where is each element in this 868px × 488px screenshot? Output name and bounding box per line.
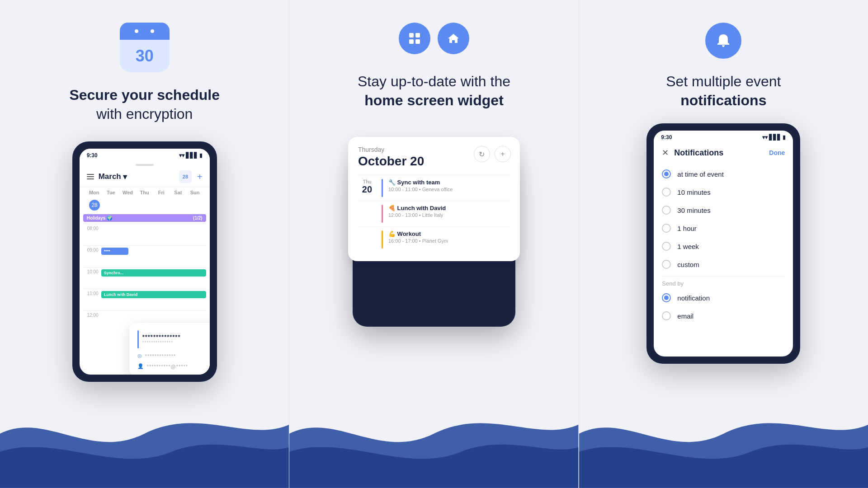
send-email-radio[interactable] xyxy=(662,311,671,320)
day-thu: Thu xyxy=(137,189,152,196)
panel2-heading: Stay up-to-date with the home screen wid… xyxy=(358,72,510,110)
panel-encryption: 30 Secure your schedule with encryption … xyxy=(0,0,289,488)
notif-radio-3[interactable] xyxy=(662,206,671,215)
event1-info: 🔧 Sync with team 10:00 - 11:00 • Geneva … xyxy=(388,179,510,192)
location-icon: ◎ xyxy=(137,353,142,359)
notif-radio-2[interactable] xyxy=(662,188,671,197)
event-bar-blue[interactable]: **** xyxy=(101,248,128,255)
widget-card: Thursday October 20 ↻ + Thu 20 🔧 Sync wi… xyxy=(348,137,520,261)
notif-radio-5[interactable] xyxy=(662,242,671,251)
send-by-email[interactable]: email xyxy=(662,307,785,325)
notif-option-3[interactable]: 30 minutes xyxy=(662,201,785,219)
scroll-indicator xyxy=(136,164,154,166)
panel-widget: Stay up-to-date with the home screen wid… xyxy=(289,0,579,488)
notif-done-btn[interactable]: Done xyxy=(769,149,785,156)
notif-radio-6[interactable] xyxy=(662,260,671,269)
status-bar: 9:30 ▾▾ ▋▋▋ ▮ xyxy=(80,149,210,160)
send-by-label: Send by xyxy=(662,280,785,287)
wifi-icon: ▾▾ xyxy=(179,152,184,159)
encrypt-popup: ************** ************** ◎ ********… xyxy=(129,323,210,375)
notifications-panel: ✕ Notifications Done at time of event 10… xyxy=(654,142,793,330)
hamburger-icon[interactable] xyxy=(87,174,94,179)
calendar-icon: 30 xyxy=(120,23,170,72)
day-headers: Mon Tue Wed Thu Fri Sat Sun xyxy=(80,187,210,198)
day-mon: Mon xyxy=(87,189,102,196)
holidays-bar[interactable]: Holidays 🌍 (1/2) xyxy=(83,214,206,222)
phone-notifications: 9:30 ▾▾▋▋▋▮ ✕ Notifications Done xyxy=(646,123,800,364)
notif-header: ✕ Notifications Done xyxy=(662,148,785,158)
notif-status-bar: 9:30 ▾▾▋▋▋▮ xyxy=(654,131,793,142)
notif-option-2[interactable]: 10 minutes xyxy=(662,183,785,201)
notif-option-4[interactable]: 1 hour xyxy=(662,219,785,237)
notif-option-6[interactable]: custom xyxy=(662,255,785,273)
notif-status-time: 9:30 xyxy=(661,134,672,141)
day-fri: Fri xyxy=(154,189,169,196)
event1-date: Thu 20 xyxy=(358,179,376,195)
encrypt-bar xyxy=(137,330,139,348)
time-row-8: 08:00 xyxy=(83,224,206,245)
cal-date-28[interactable]: 28 xyxy=(87,199,103,211)
event2-bar xyxy=(382,205,383,223)
event1-bar xyxy=(382,179,383,197)
time-row-11: 11:00 Lunch with David xyxy=(83,289,206,310)
notif-close-icon[interactable]: ✕ xyxy=(662,148,669,158)
time-grid: 08:00 09:00 **** 10:00 Synchro... xyxy=(80,224,210,332)
add-event-icon[interactable]: + xyxy=(197,172,203,182)
status-icons: ▾▾ ▋▋▋ ▮ xyxy=(179,152,203,159)
bell-icon-circle xyxy=(705,23,741,59)
notif-option-5[interactable]: 1 week xyxy=(662,237,785,255)
day-sat: Sat xyxy=(170,189,185,196)
notif-divider xyxy=(662,276,785,277)
event3-bar xyxy=(382,230,383,249)
encrypt-email: 👤 **********@***** xyxy=(137,363,210,369)
calendar-date-number: 30 xyxy=(136,40,154,72)
heading-line2: notifications xyxy=(680,92,766,108)
notif-option-1[interactable]: at time of event xyxy=(662,165,785,183)
calendar-controls: 28 + xyxy=(179,170,203,183)
home-icon-circle xyxy=(438,23,469,54)
encrypt-location: ◎ ************* xyxy=(137,353,210,359)
svg-rect-1 xyxy=(415,33,420,38)
widget-event-1: Thu 20 🔧 Sync with team 10:00 - 11:00 • … xyxy=(358,175,510,201)
event3-info: 💪 Workout 16:00 - 17:00 • Planet Gym xyxy=(388,230,510,244)
encrypt-subtitle: ************** xyxy=(142,340,181,345)
event-bar-lunch[interactable]: Lunch with David xyxy=(101,291,206,298)
widget-add-btn[interactable]: + xyxy=(495,146,511,162)
send-notif-radio[interactable] xyxy=(662,293,671,302)
calendar-week-row: 28 xyxy=(80,198,210,212)
send-by-notification[interactable]: notification xyxy=(662,289,785,307)
panel1-heading: Secure your schedule with encryption xyxy=(69,86,220,123)
day-sun: Sun xyxy=(188,189,203,196)
widget-event-2: 🍕 Lunch with David 12:00 - 13:00 • Littl… xyxy=(358,201,510,226)
svg-rect-0 xyxy=(409,33,414,38)
holidays-label: Holidays 🌍 xyxy=(87,216,112,221)
panel3-heading: Set multiple event notifications xyxy=(666,72,781,110)
heading-line1: Stay up-to-date with the xyxy=(358,73,510,89)
encrypt-title: ************** xyxy=(142,333,181,340)
month-label[interactable]: March ▾ xyxy=(99,172,127,182)
day-wed: Wed xyxy=(120,189,135,196)
holidays-count: (1/2) xyxy=(193,216,203,221)
panel2-feature-icons xyxy=(399,23,469,54)
status-time: 9:30 xyxy=(87,152,98,159)
phone-encryption: 9:30 ▾▾ ▋▋▋ ▮ Marc xyxy=(72,141,217,382)
widget-controls: ↻ + xyxy=(474,146,511,162)
widget-event-3: 💪 Workout 16:00 - 17:00 • Planet Gym xyxy=(358,226,510,252)
heading-line1: Secure your schedule xyxy=(69,87,220,103)
calendar-topbar: March ▾ 28 + xyxy=(80,168,210,187)
day-tue: Tue xyxy=(104,189,118,196)
panel-notifications: Set multiple event notifications 9:30 ▾▾… xyxy=(579,0,868,488)
event-bar-teal[interactable]: Synchro... xyxy=(101,269,206,277)
notif-status-icons: ▾▾▋▋▋▮ xyxy=(762,134,786,141)
widget-refresh-btn[interactable]: ↻ xyxy=(474,146,490,162)
notif-radio-1[interactable] xyxy=(662,169,671,178)
phone-widget-area: 9:30 ▾▾▋▋▋▮ Thursday October 20 ↻ + Thu … xyxy=(307,128,560,261)
person-icon: 👤 xyxy=(137,363,144,369)
battery-icon: ▮ xyxy=(199,152,203,159)
notif-radio-4[interactable] xyxy=(662,224,671,233)
grid-icon-circle xyxy=(399,23,430,54)
heading-line2: with encryption xyxy=(96,106,193,122)
signal-icon: ▋▋▋ xyxy=(186,152,198,159)
calendar-view-icon[interactable]: 28 xyxy=(179,170,192,183)
heading-line1: Set multiple event xyxy=(666,73,781,89)
